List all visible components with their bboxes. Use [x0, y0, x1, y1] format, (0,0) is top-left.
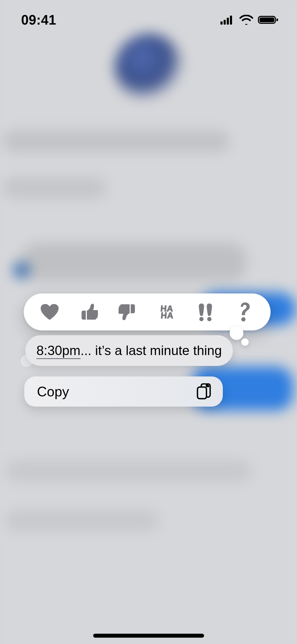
tapback-thumbs-down[interactable]	[112, 296, 144, 328]
tapback-thumbs-up[interactable]	[73, 296, 105, 328]
tapback-tail-small	[241, 338, 249, 346]
tapback-emphasize[interactable]	[190, 296, 221, 328]
copy-action[interactable]: Copy	[24, 376, 223, 407]
selected-message-bubble[interactable]: 8:30pm... it’s a last minute thing	[25, 335, 233, 366]
cellular-icon	[220, 15, 235, 25]
svg-rect-3	[230, 16, 232, 25]
question-mark-icon	[238, 302, 251, 322]
svg-point-8	[207, 317, 211, 321]
tapback-question[interactable]	[229, 296, 261, 328]
tapback-bar: HA HA	[24, 293, 271, 330]
thumbs-up-icon	[79, 303, 98, 321]
home-indicator[interactable]	[93, 634, 204, 638]
copy-icon	[196, 383, 211, 400]
message-rest: ... it’s a last minute thing	[81, 343, 222, 358]
haha-icon: HA HA	[159, 305, 174, 319]
svg-rect-0	[220, 21, 223, 25]
svg-rect-5	[260, 17, 274, 22]
tapback-haha[interactable]: HA HA	[151, 296, 182, 328]
svg-rect-1	[224, 20, 226, 25]
status-time: 09:41	[21, 12, 56, 28]
status-bar: 09:41	[0, 0, 297, 40]
status-icons	[220, 15, 279, 25]
svg-rect-2	[227, 18, 229, 25]
battery-icon	[258, 15, 279, 25]
haha-line2: HA	[161, 312, 174, 319]
svg-rect-6	[276, 19, 278, 21]
svg-point-9	[241, 317, 246, 321]
wifi-icon	[239, 15, 253, 25]
tapback-tail	[230, 326, 243, 340]
message-time-link[interactable]: 8:30pm	[36, 343, 81, 359]
copy-label: Copy	[37, 384, 69, 399]
tapback-heart[interactable]	[34, 296, 65, 328]
message-text: 8:30pm... it’s a last minute thing	[36, 343, 222, 358]
heart-icon	[40, 303, 59, 320]
svg-point-7	[199, 317, 204, 321]
context-overlay[interactable]: HA HA	[0, 0, 297, 644]
svg-rect-10	[197, 387, 206, 399]
thumbs-down-icon	[119, 303, 137, 321]
double-exclamation-icon	[198, 302, 213, 321]
